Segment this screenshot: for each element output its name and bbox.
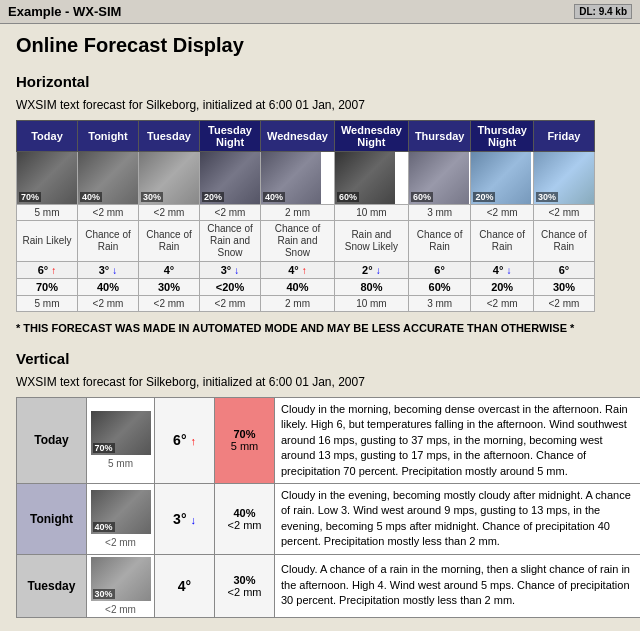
vert-desc-today: Cloudy in the morning, becoming dense ov…	[275, 398, 641, 484]
weather-icon-tuesday-night: 20%	[200, 152, 261, 205]
col-wednesday: Wednesday	[261, 121, 335, 152]
vert-row-tonight: Tonight 40% <2 mm 3° ↓ 40%<2 mm Cloudy i…	[17, 483, 641, 554]
header-row: Today Tonight Tuesday Tuesday Night Wedn…	[17, 121, 595, 152]
vert-icon-today: 70% 5 mm	[87, 398, 155, 484]
vert-icon-tuesday: 30% <2 mm	[87, 554, 155, 617]
weather-icon-thursday-night: 20%	[471, 152, 534, 205]
vert-day-label-tuesday: Tuesday	[17, 554, 87, 617]
vertical-forecast-title: WXSIM text forecast for Silkeborg, initi…	[16, 375, 624, 389]
vert-day-label-today: Today	[17, 398, 87, 484]
vert-desc-tonight: Cloudy in the evening, becoming mostly c…	[275, 483, 641, 554]
temperature-row: 6° ↑ 3° ↓ 4° 3° ↓ 4° ↑ 2° ↓ 6° 4° ↓ 6°	[17, 262, 595, 279]
col-today: Today	[17, 121, 78, 152]
vert-temp-tuesday: 4°	[155, 554, 215, 617]
title-bar: Example - WX-SIM DL: 9.4 kb	[0, 0, 640, 24]
col-tuesday-night: Tuesday Night	[200, 121, 261, 152]
vert-row-today: Today 70% 5 mm 6° ↑ 70%5 mm Cloudy in th…	[17, 398, 641, 484]
description-row: Rain Likely Chance of Rain Chance of Rai…	[17, 221, 595, 262]
horizontal-heading: Horizontal	[16, 73, 624, 90]
main-content: Online Forecast Display Horizontal WXSIM…	[0, 24, 640, 631]
horizontal-section: Horizontal WXSIM text forecast for Silke…	[16, 73, 624, 334]
vert-pct-tonight: 40%<2 mm	[215, 483, 275, 554]
vert-icon-tonight: 40% <2 mm	[87, 483, 155, 554]
vert-day-label-tonight: Tonight	[17, 483, 87, 554]
app-title: Example - WX-SIM	[8, 4, 121, 19]
weather-icons-row: 70% 40% 30% 20%	[17, 152, 595, 205]
precip-pct-row: 70% 40% 30% <20% 40% 80% 60% 20% 30%	[17, 279, 595, 296]
horizontal-forecast-title: WXSIM text forecast for Silkeborg, initi…	[16, 98, 624, 112]
weather-icon-today: 70%	[17, 152, 78, 205]
col-wednesday-night: Wednesday Night	[334, 121, 408, 152]
col-tuesday: Tuesday	[139, 121, 200, 152]
precip-mm-row: 5 mm <2 mm <2 mm <2 mm 2 mm 10 mm 3 mm <…	[17, 296, 595, 312]
weather-icon-tuesday: 30%	[139, 152, 200, 205]
vertical-forecast-table: Today 70% 5 mm 6° ↑ 70%5 mm Cloudy in th…	[16, 397, 640, 618]
horizontal-forecast-table: Today Tonight Tuesday Tuesday Night Wedn…	[16, 120, 595, 312]
vert-temp-today: 6° ↑	[155, 398, 215, 484]
vert-row-tuesday: Tuesday 30% <2 mm 4° 30%<2 mm Cloudy. A …	[17, 554, 641, 617]
weather-icon-wednesday-night: 60%	[334, 152, 408, 205]
weather-icon-wednesday: 40%	[261, 152, 335, 205]
col-friday: Friday	[533, 121, 594, 152]
weather-icon-friday: 30%	[533, 152, 594, 205]
vert-pct-today: 70%5 mm	[215, 398, 275, 484]
vert-temp-tonight: 3° ↓	[155, 483, 215, 554]
vert-desc-tuesday: Cloudy. A chance of a rain in the mornin…	[275, 554, 641, 617]
col-tonight: Tonight	[78, 121, 139, 152]
weather-icon-tonight: 40%	[78, 152, 139, 205]
col-thursday-night: Thursday Night	[471, 121, 534, 152]
vertical-section: Vertical WXSIM text forecast for Silkebo…	[16, 350, 624, 618]
page-title: Online Forecast Display	[16, 34, 624, 57]
weather-icon-thursday: 60%	[408, 152, 471, 205]
col-thursday: Thursday	[408, 121, 471, 152]
mm-row: 5 mm <2 mm <2 mm <2 mm 2 mm 10 mm 3 mm <…	[17, 205, 595, 221]
vert-pct-tuesday: 30%<2 mm	[215, 554, 275, 617]
dl-indicator: DL: 9.4 kb	[574, 4, 632, 19]
vertical-heading: Vertical	[16, 350, 624, 367]
automated-message: * THIS FORECAST WAS MADE IN AUTOMATED MO…	[16, 322, 624, 334]
